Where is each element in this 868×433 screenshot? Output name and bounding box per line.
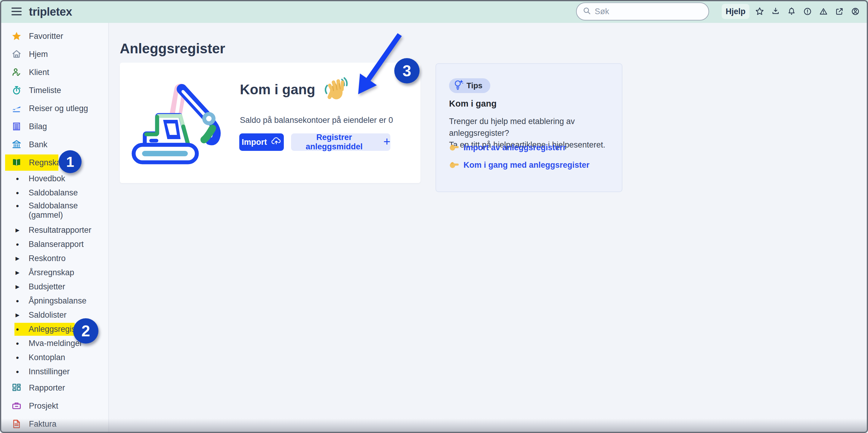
page-title: Anleggsregister bbox=[120, 40, 225, 57]
caret-right-icon bbox=[14, 255, 21, 262]
bullet-dot bbox=[14, 201, 21, 211]
search-input[interactable] bbox=[595, 7, 703, 16]
external-link-icon[interactable] bbox=[834, 6, 844, 17]
sidebar-item-hjem[interactable]: Hjem bbox=[0, 45, 108, 63]
sidebar-item-reiser-og-utlegg[interactable]: Reiser og utlegg bbox=[0, 99, 108, 117]
sidebar-item-innstillinger[interactable]: Innstillinger bbox=[0, 365, 108, 379]
annotation-step-2: 2 bbox=[73, 318, 98, 344]
card-title: Kom i gang bbox=[240, 81, 315, 97]
sidebar-item-apningsbalanse[interactable]: Åpningsbalanse bbox=[0, 294, 108, 308]
sidebar-item-hovedbok[interactable]: Hovedbok bbox=[0, 172, 108, 186]
sidebar-item-kontoplan[interactable]: Kontoplan bbox=[0, 350, 108, 365]
sidebar-item-bank[interactable]: Bank bbox=[0, 136, 108, 153]
sidebar-item-rapporter[interactable]: Rapporter bbox=[0, 379, 108, 397]
bullet-dot bbox=[14, 367, 21, 377]
lightbulb-sparkle-icon bbox=[454, 79, 464, 92]
sidebar-item-saldobalanse-gammel[interactable]: Saldobalanse (gammel) bbox=[0, 200, 108, 223]
caret-right-icon bbox=[14, 312, 21, 318]
briefcase-icon bbox=[11, 401, 22, 411]
sidebar-item-reskontro[interactable]: Reskontro bbox=[0, 252, 108, 266]
main-content: Anleggsregister bbox=[110, 23, 868, 433]
annotation-step-3: 3 bbox=[394, 58, 420, 83]
sidebar-item-bilag[interactable]: Bilag bbox=[0, 117, 108, 136]
excavator-illustration bbox=[128, 77, 232, 170]
topbar: tripletex Hjelp bbox=[0, 0, 868, 23]
pointing-finger-icon bbox=[449, 143, 459, 152]
caret-right-icon bbox=[14, 269, 21, 276]
airplane-icon bbox=[11, 103, 22, 114]
receipt-icon bbox=[11, 121, 22, 132]
alert-circle-icon[interactable] bbox=[802, 6, 813, 17]
app-logo: tripletex bbox=[29, 5, 72, 18]
cloud-upload-icon bbox=[271, 137, 281, 147]
tips-link-getting-started[interactable]: Kom i gang med anleggsregister bbox=[449, 160, 590, 170]
sidebar-item-timeliste[interactable]: Timeliste bbox=[0, 81, 108, 99]
sidebar-item-prosjekt[interactable]: Prosjekt bbox=[0, 397, 108, 415]
tips-title: Kom i gang bbox=[449, 99, 497, 109]
stopwatch-icon bbox=[11, 85, 22, 95]
download-icon[interactable] bbox=[771, 6, 781, 17]
client-icon bbox=[11, 67, 22, 77]
register-asset-button[interactable]: Registrer anleggsmiddel + bbox=[291, 134, 390, 151]
star-icon[interactable] bbox=[754, 6, 765, 17]
bullet-dot bbox=[14, 296, 21, 306]
card-subtitle: Saldo på balansekontoer på eiendeler er … bbox=[240, 116, 393, 125]
sidebar-item-saldobalanse[interactable]: Saldobalanse bbox=[0, 186, 108, 200]
dashboard-icon bbox=[11, 383, 22, 393]
caret-right-icon bbox=[14, 284, 21, 290]
sidebar-item-budsjetter[interactable]: Budsjetter bbox=[0, 280, 108, 294]
bullet-dot bbox=[14, 174, 21, 184]
sidebar-item-klient[interactable]: Klient bbox=[0, 63, 108, 81]
invoice-icon bbox=[11, 419, 22, 429]
topbar-icons bbox=[754, 6, 861, 17]
home-icon bbox=[11, 49, 22, 59]
sidebar-item-resultatrapporter[interactable]: Resultatrapporter bbox=[0, 223, 108, 237]
star-favorites-icon bbox=[11, 31, 22, 41]
sidebar-item-faktura[interactable]: Faktura bbox=[0, 415, 108, 433]
sidebar: Favoritter Hjem Klient Timeliste bbox=[0, 23, 109, 433]
tips-card: Tips Kom i gang Trenger du hjelp med eta… bbox=[435, 63, 622, 192]
import-button[interactable]: Import bbox=[239, 134, 284, 151]
book-icon bbox=[11, 157, 22, 168]
sidebar-item-arsregnskap[interactable]: Årsregnskap bbox=[0, 266, 108, 280]
bank-icon bbox=[11, 139, 22, 150]
bell-icon[interactable] bbox=[786, 6, 797, 17]
profile-icon[interactable] bbox=[850, 6, 861, 17]
annotation-step-1: 1 bbox=[59, 150, 82, 173]
sidebar-item-balanserapport[interactable]: Balanserapport bbox=[0, 237, 108, 252]
hamburger-menu-icon[interactable] bbox=[11, 7, 22, 16]
bullet-dot bbox=[14, 339, 21, 348]
bullet-dot bbox=[14, 240, 21, 249]
tips-badge: Tips bbox=[449, 78, 490, 93]
plus-icon: + bbox=[383, 136, 390, 148]
sidebar-item-favoritter[interactable]: Favoritter bbox=[0, 27, 108, 45]
warning-triangle-icon[interactable] bbox=[818, 6, 829, 17]
bullet-dot bbox=[14, 188, 21, 198]
search-box[interactable] bbox=[576, 2, 709, 21]
tips-link-import[interactable]: Import av anleggsregisterr bbox=[449, 143, 566, 152]
bullet-dot bbox=[14, 325, 21, 334]
search-icon bbox=[583, 7, 591, 16]
help-button[interactable]: Hjelp bbox=[722, 4, 749, 19]
bullet-dot bbox=[14, 353, 21, 363]
caret-right-icon bbox=[14, 227, 21, 233]
pointing-finger-icon bbox=[449, 160, 459, 170]
sidebar-item-regnskap[interactable]: Regnskap bbox=[0, 153, 108, 172]
